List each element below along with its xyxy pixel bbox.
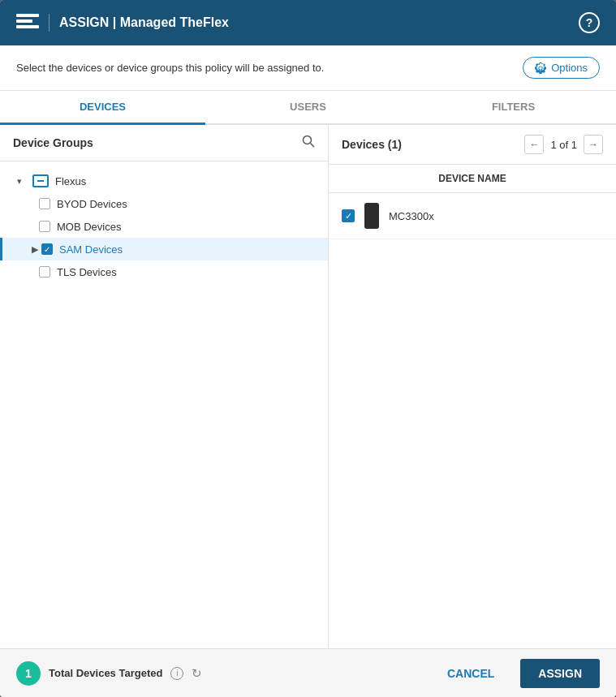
next-page-button[interactable]: →	[584, 135, 603, 154]
partial-folder-icon	[32, 174, 49, 187]
tls-expand-placeholder	[26, 265, 39, 278]
footer-left: 1 Total Devices Targeted i ↻	[16, 661, 202, 686]
byod-label: BYOD Devices	[57, 198, 127, 210]
svg-point-0	[304, 136, 312, 144]
panel-header: Device Groups	[0, 125, 328, 161]
assign-button[interactable]: ASSIGN	[520, 659, 600, 688]
sam-label: SAM Devices	[59, 243, 123, 256]
tls-checkbox[interactable]	[39, 266, 50, 278]
device-name: MC3300x	[389, 210, 434, 222]
modal-header: ASSIGN | Managed TheFlex ?	[0, 0, 616, 45]
svg-line-1	[311, 144, 315, 148]
header-left: ASSIGN | Managed TheFlex	[16, 14, 229, 32]
tree-item-flexus[interactable]: ▾ Flexus	[0, 170, 328, 192]
tree-area: ▾ Flexus BYOD Devices MOB Devices	[0, 161, 328, 648]
subheader-text: Select the devices or device groups this…	[16, 62, 324, 74]
tab-devices[interactable]: DEVICES	[0, 91, 205, 125]
refresh-icon[interactable]: ↻	[192, 666, 202, 681]
tree-item-tls[interactable]: TLS Devices	[0, 260, 328, 283]
modal-dialog: ASSIGN | Managed TheFlex ? Select the de…	[0, 0, 616, 697]
assign-icon	[16, 14, 39, 32]
mob-label: MOB Devices	[57, 221, 121, 233]
tree-item-mob[interactable]: MOB Devices	[0, 215, 328, 238]
cancel-button[interactable]: CANCEL	[429, 659, 512, 688]
help-button[interactable]: ?	[579, 12, 600, 33]
collapse-icon[interactable]: ▾	[13, 174, 26, 187]
sam-checkbox[interactable]	[41, 243, 53, 255]
partial-check-dash	[37, 180, 44, 182]
tls-label: TLS Devices	[57, 266, 117, 278]
left-panel: Device Groups ▾ Flexus	[0, 125, 329, 648]
total-devices-label: Total Devices Targeted	[49, 667, 162, 679]
device-name-column-header: DEVICE NAME	[329, 165, 616, 193]
right-panel: Devices (1) ← 1 of 1 → DEVICE NAME MC330…	[329, 125, 616, 648]
header-title: ASSIGN | Managed TheFlex	[59, 15, 229, 30]
tree-item-sam[interactable]: ▶ SAM Devices	[0, 238, 328, 260]
options-button[interactable]: Options	[523, 57, 600, 79]
device-groups-title: Device Groups	[13, 136, 93, 149]
pagination: ← 1 of 1 →	[524, 135, 603, 154]
right-panel-header: Devices (1) ← 1 of 1 →	[329, 125, 616, 165]
prev-page-button[interactable]: ←	[524, 135, 544, 154]
subheader: Select the devices or device groups this…	[0, 45, 616, 91]
tab-users[interactable]: USERS	[205, 91, 411, 125]
byod-checkbox[interactable]	[39, 198, 50, 209]
footer-buttons: CANCEL ASSIGN	[429, 659, 600, 688]
tab-filters[interactable]: FILTERS	[411, 91, 616, 125]
sam-expand-icon[interactable]: ▶	[28, 243, 41, 256]
page-info: 1 of 1	[550, 139, 577, 151]
header-divider	[49, 14, 50, 32]
devices-count: Devices (1)	[342, 138, 402, 151]
device-table: DEVICE NAME MC3300x	[329, 165, 616, 648]
flexus-label: Flexus	[55, 175, 86, 187]
footer: 1 Total Devices Targeted i ↻ CANCEL ASSI…	[0, 648, 616, 697]
search-icon	[302, 135, 315, 148]
count-badge: 1	[16, 661, 41, 686]
device-image	[364, 203, 379, 229]
gear-icon	[535, 62, 546, 74]
tree-item-byod[interactable]: BYOD Devices	[0, 192, 328, 215]
byod-expand-placeholder	[26, 197, 39, 210]
mob-expand-placeholder	[26, 220, 39, 233]
device-row-checkbox[interactable]	[342, 209, 355, 222]
tabs-bar: DEVICES USERS FILTERS	[0, 91, 616, 125]
options-label: Options	[551, 62, 588, 74]
mob-checkbox[interactable]	[39, 221, 50, 232]
info-icon: i	[170, 667, 183, 680]
table-row[interactable]: MC3300x	[329, 193, 616, 239]
content-area: Device Groups ▾ Flexus	[0, 125, 616, 648]
search-button[interactable]	[302, 135, 315, 151]
